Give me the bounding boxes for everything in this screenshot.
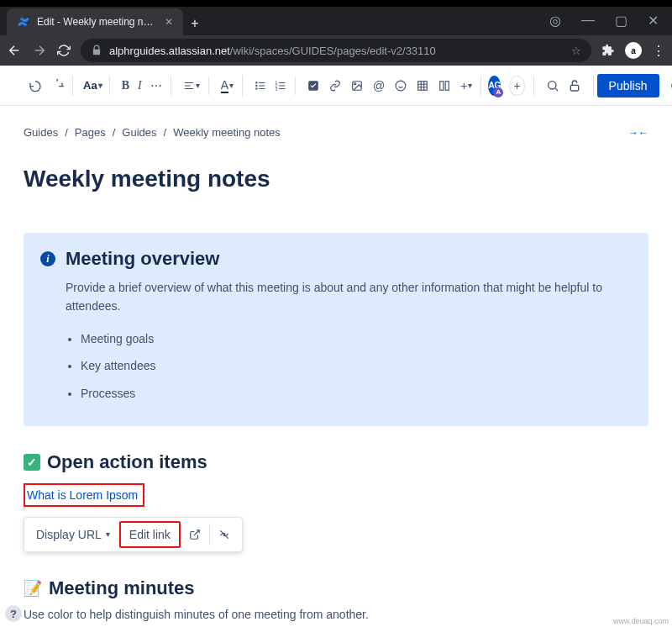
svg-point-8 bbox=[354, 82, 355, 84]
svg-text:3: 3 bbox=[276, 87, 278, 91]
edit-link-button[interactable]: Edit link bbox=[119, 521, 181, 548]
bold-button[interactable]: B bbox=[118, 76, 133, 96]
watermark: www.deuaq.com bbox=[613, 617, 669, 625]
publish-button[interactable]: Publish bbox=[597, 74, 659, 97]
new-tab-button[interactable]: + bbox=[183, 12, 207, 35]
bullet-list-button[interactable] bbox=[251, 76, 270, 95]
svg-point-13 bbox=[548, 81, 555, 88]
close-button[interactable]: Close bbox=[663, 74, 673, 97]
link-floating-toolbar: Display URL ▾ Edit link bbox=[24, 517, 243, 552]
mention-button[interactable]: @ bbox=[370, 76, 388, 96]
list-item: Processes bbox=[81, 384, 632, 403]
table-button[interactable] bbox=[413, 76, 432, 95]
svg-rect-14 bbox=[570, 85, 578, 91]
find-button[interactable] bbox=[543, 76, 563, 96]
confluence-icon bbox=[17, 15, 30, 29]
lock-icon bbox=[91, 45, 102, 56]
breadcrumb-item[interactable]: Guides bbox=[122, 126, 156, 139]
star-icon[interactable]: ☆ bbox=[571, 45, 581, 57]
close-icon[interactable]: ✕ bbox=[165, 16, 173, 28]
collapse-icon[interactable]: →← bbox=[628, 127, 648, 139]
minimize-icon[interactable]: — bbox=[581, 13, 595, 29]
user-avatar[interactable]: AGA bbox=[488, 76, 501, 96]
list-item: Key attendees bbox=[81, 356, 632, 375]
help-icon[interactable]: ? bbox=[5, 605, 22, 622]
numbered-list-button[interactable]: 123 bbox=[271, 76, 290, 95]
memo-icon: 📝 bbox=[24, 579, 42, 598]
address-bar: alphrguides.atlassian.net/wiki/spaces/GU… bbox=[0, 35, 672, 66]
maximize-icon[interactable]: ▢ bbox=[615, 13, 627, 29]
section-heading[interactable]: 📝 Meeting minutes bbox=[24, 577, 648, 599]
editor-toolbar: Aa▾ B I ⋯ ▾ A▾ 123 @ +▾ AGA + Publish Cl… bbox=[0, 66, 672, 106]
breadcrumb: Guides / Pages / Guides / Weekly meeting… bbox=[24, 126, 648, 139]
extensions-icon[interactable] bbox=[601, 44, 615, 57]
info-panel[interactable]: i Meeting overview Provide a brief overv… bbox=[24, 233, 648, 426]
more-formatting-button[interactable]: ⋯ bbox=[147, 76, 165, 96]
svg-point-1 bbox=[255, 84, 257, 86]
insert-dropdown[interactable]: +▾ bbox=[457, 76, 475, 96]
invite-button[interactable]: + bbox=[509, 76, 524, 96]
link-button[interactable] bbox=[326, 76, 344, 95]
svg-rect-12 bbox=[445, 81, 449, 90]
panel-description: Provide a brief overview of what this me… bbox=[66, 278, 632, 316]
redo-button[interactable] bbox=[47, 76, 67, 96]
url-input[interactable]: alphrguides.atlassian.net/wiki/spaces/GU… bbox=[81, 39, 591, 62]
browser-tabs: Edit - Weekly meeting notes - Gu ✕ + ◎ —… bbox=[0, 7, 672, 35]
svg-rect-10 bbox=[418, 81, 428, 90]
breadcrumb-item[interactable]: Pages bbox=[75, 126, 106, 139]
reload-icon[interactable] bbox=[57, 44, 71, 57]
svg-point-2 bbox=[255, 87, 257, 89]
task-button[interactable] bbox=[304, 76, 323, 95]
image-button[interactable] bbox=[348, 76, 366, 95]
restrictions-button[interactable] bbox=[564, 76, 585, 96]
target-icon[interactable]: ◎ bbox=[549, 13, 561, 29]
text-color-dropdown[interactable]: A▾ bbox=[218, 75, 237, 97]
back-icon[interactable] bbox=[7, 43, 22, 58]
tab-title: Edit - Weekly meeting notes - Gu bbox=[37, 16, 158, 28]
panel-heading: Meeting overview bbox=[66, 248, 219, 270]
svg-point-0 bbox=[255, 82, 257, 83]
layout-button[interactable] bbox=[435, 76, 454, 95]
section-description: Use color to help distinguish minutes of… bbox=[24, 608, 648, 621]
undo-button[interactable] bbox=[25, 76, 45, 96]
section-heading[interactable]: ✓ Open action items bbox=[24, 451, 648, 473]
emoji-button[interactable] bbox=[391, 76, 410, 95]
list-item: Meeting goals bbox=[81, 329, 632, 348]
window-close-icon[interactable]: ✕ bbox=[648, 13, 659, 29]
unlink-button[interactable] bbox=[210, 524, 239, 545]
forward-icon[interactable] bbox=[32, 43, 47, 58]
content-link[interactable]: What is Lorem Ipsom bbox=[24, 483, 144, 507]
open-link-button[interactable] bbox=[181, 524, 210, 545]
page-title[interactable]: Weekly meeting notes bbox=[24, 166, 648, 192]
italic-button[interactable]: I bbox=[134, 76, 145, 96]
svg-rect-11 bbox=[440, 81, 444, 90]
menu-icon[interactable]: ⋮ bbox=[652, 43, 665, 59]
breadcrumb-current: Weekly meeting notes bbox=[173, 126, 281, 139]
check-icon: ✓ bbox=[24, 454, 40, 471]
profile-avatar[interactable]: a bbox=[625, 42, 642, 59]
browser-tab[interactable]: Edit - Weekly meeting notes - Gu ✕ bbox=[7, 8, 183, 35]
align-dropdown[interactable]: ▾ bbox=[180, 76, 203, 95]
text-style-dropdown[interactable]: Aa▾ bbox=[81, 76, 104, 95]
editor-content[interactable]: Guides / Pages / Guides / Weekly meeting… bbox=[0, 106, 672, 627]
breadcrumb-item[interactable]: Guides bbox=[24, 126, 58, 139]
display-url-dropdown[interactable]: Display URL ▾ bbox=[28, 523, 119, 546]
svg-point-9 bbox=[396, 81, 406, 91]
info-icon: i bbox=[40, 251, 55, 266]
